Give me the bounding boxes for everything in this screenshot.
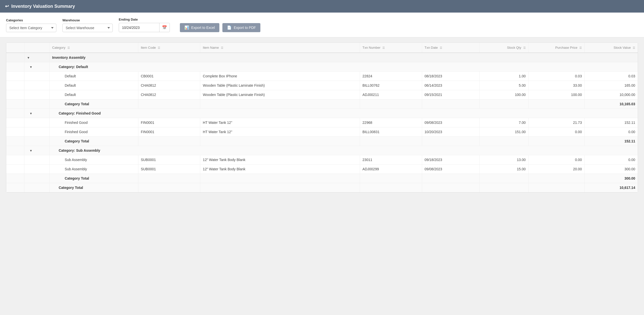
purchaseprice-filter-icon[interactable]: ☰: [579, 46, 582, 49]
category-total-row: Category Total 10,165.03: [6, 99, 638, 109]
sub-section-header-row[interactable]: ▼ Category: Default: [6, 62, 638, 72]
sub-expand[interactable]: ▼: [24, 146, 49, 155]
sub-section-header-row[interactable]: ▼ Category: Finished Good: [6, 109, 638, 118]
row-stockqty: 100.00: [479, 90, 528, 99]
row-category: Default: [50, 90, 138, 99]
section-name: Inventory Assembly: [50, 53, 638, 62]
table-container: Category ☰ Item Code ☰ Item Name ☰ Txn N…: [6, 42, 638, 193]
table-row: Default CHA0812 Wooden Table (Plastic La…: [6, 81, 638, 90]
row-itemcode: SUB0001: [138, 165, 200, 174]
sub-expand[interactable]: ▼: [24, 62, 49, 72]
row-spacer: [24, 81, 49, 90]
main-content: Category ☰ Item Code ☰ Item Name ☰ Txn N…: [0, 37, 644, 198]
filters-bar: Categories Select Item Category Warehous…: [0, 13, 644, 37]
row-txnnumber: ADJ00211: [360, 90, 422, 99]
row-purchaseprice: 0.03: [528, 72, 584, 81]
row-stockqty: 13.00: [479, 155, 528, 165]
sub-expand[interactable]: ▼: [24, 109, 49, 118]
txndate-filter-icon[interactable]: ☰: [440, 46, 442, 49]
row-itemcode: SUB0001: [138, 155, 200, 165]
col-header-stockqty[interactable]: Stock Qty ☰: [479, 43, 528, 53]
col-header-itemname[interactable]: Item Name ☰: [200, 43, 360, 53]
col-header-txndate[interactable]: Txn Date ☰: [422, 43, 479, 53]
stockqty-filter-icon[interactable]: ☰: [523, 46, 526, 49]
col-header-purchaseprice[interactable]: Purchase Price ☰: [528, 43, 584, 53]
category-filter-icon[interactable]: ☰: [67, 46, 70, 49]
grand-total-stockqty: [479, 183, 528, 192]
col-header-stockvalue[interactable]: Stock Value ☰: [584, 43, 638, 53]
row-itemcode: CHA0812: [138, 90, 200, 99]
row-txndate: 09/08/2023: [422, 118, 479, 127]
col-header-itemcode[interactable]: Item Code ☰: [138, 43, 200, 53]
col-header-expand: [24, 43, 49, 53]
back-icon[interactable]: ↩: [5, 4, 9, 9]
stockvalue-filter-icon[interactable]: ☰: [633, 46, 635, 49]
export-excel-button[interactable]: 📊 Export to Excel: [180, 23, 219, 32]
grand-total-itemname: [200, 183, 360, 192]
export-buttons: 📊 Export to Excel 📄 Export to PDF: [180, 23, 260, 32]
row-itemcode: FIN0001: [138, 127, 200, 137]
col-header-checkbox: [6, 43, 24, 53]
ending-date-input[interactable]: [119, 24, 159, 32]
row-checkbox: [6, 165, 24, 174]
date-input-wrapper: 📅: [119, 23, 170, 32]
total-txndate: [422, 174, 479, 183]
row-stockvalue: 0.03: [584, 72, 638, 81]
col-header-txnnumber[interactable]: Txn Number ☰: [360, 43, 422, 53]
table-row: Finished Good FIN0001 HT Water Tank 12" …: [6, 127, 638, 137]
row-category: Finished Good: [50, 127, 138, 137]
total-txnnumber: [360, 174, 422, 183]
grand-total-purchaseprice: [528, 183, 584, 192]
row-txnnumber: 23011: [360, 155, 422, 165]
category-total-row: Category Total 152.11: [6, 137, 638, 146]
section-checkbox: [6, 53, 24, 62]
row-checkbox: [6, 155, 24, 165]
sub-section-name: Category: Finished Good: [50, 109, 638, 118]
category-total-row: Category Total 300.00: [6, 174, 638, 183]
ending-date-filter-group: Ending Date 📅: [119, 18, 170, 32]
row-itemname: Wooden Table (Plastic Laminate Finish): [200, 90, 360, 99]
itemcode-filter-icon[interactable]: ☰: [158, 46, 160, 49]
row-txndate: 09/15/2021: [422, 90, 479, 99]
itemname-filter-icon[interactable]: ☰: [221, 46, 223, 49]
txnnumber-filter-icon[interactable]: ☰: [382, 46, 385, 49]
row-txnnumber: BILL00831: [360, 127, 422, 137]
grand-total-value: 10,617.14: [584, 183, 638, 192]
total-checkbox: [6, 99, 24, 109]
row-txnnumber: 22824: [360, 72, 422, 81]
row-txndate: 08/18/2023: [422, 72, 479, 81]
row-txnnumber: 22968: [360, 118, 422, 127]
total-txnnumber: [360, 137, 422, 146]
warehouse-select[interactable]: Select Warehouse: [62, 24, 113, 32]
total-itemcode: [138, 137, 200, 146]
row-itemname: HT Water Tank 12": [200, 118, 360, 127]
calendar-icon-button[interactable]: 📅: [159, 23, 170, 32]
grand-total-itemcode: [138, 183, 200, 192]
total-txndate: [422, 99, 479, 109]
grand-total-txndate: [422, 183, 479, 192]
row-itemcode: CB0001: [138, 72, 200, 81]
col-header-category[interactable]: Category ☰: [50, 43, 138, 53]
row-txnnumber: BILL00762: [360, 81, 422, 90]
section-expand[interactable]: ▼: [24, 53, 49, 62]
export-pdf-button[interactable]: 📄 Export to PDF: [222, 23, 260, 32]
categories-select[interactable]: Select Item Category: [6, 24, 56, 32]
page-title: Inventory Valuation Summary: [11, 4, 75, 9]
export-pdf-label: Export to PDF: [234, 26, 256, 30]
row-purchaseprice: 21.73: [528, 118, 584, 127]
row-checkbox: [6, 127, 24, 137]
sub-section-header-row[interactable]: ▼ Category: Sub Assembly: [6, 146, 638, 155]
total-purchaseprice: [528, 99, 584, 109]
row-stockvalue: 165.00: [584, 81, 638, 90]
row-purchaseprice: 100.00: [528, 90, 584, 99]
row-stockvalue: 10,000.00: [584, 90, 638, 99]
section-header-row[interactable]: ▼ Inventory Assembly: [6, 53, 638, 62]
row-stockqty: 5.00: [479, 81, 528, 90]
row-itemname: 12" Water Tank Body Blank: [200, 155, 360, 165]
title-bar: ↩ Inventory Valuation Summary: [0, 0, 644, 13]
total-txndate: [422, 137, 479, 146]
row-itemname: Wooden Table (Plastic Laminate Finish): [200, 81, 360, 90]
table-row: Default CB0001 Complete Box IPhone 22824…: [6, 72, 638, 81]
row-itemname: Complete Box IPhone: [200, 72, 360, 81]
row-checkbox: [6, 72, 24, 81]
